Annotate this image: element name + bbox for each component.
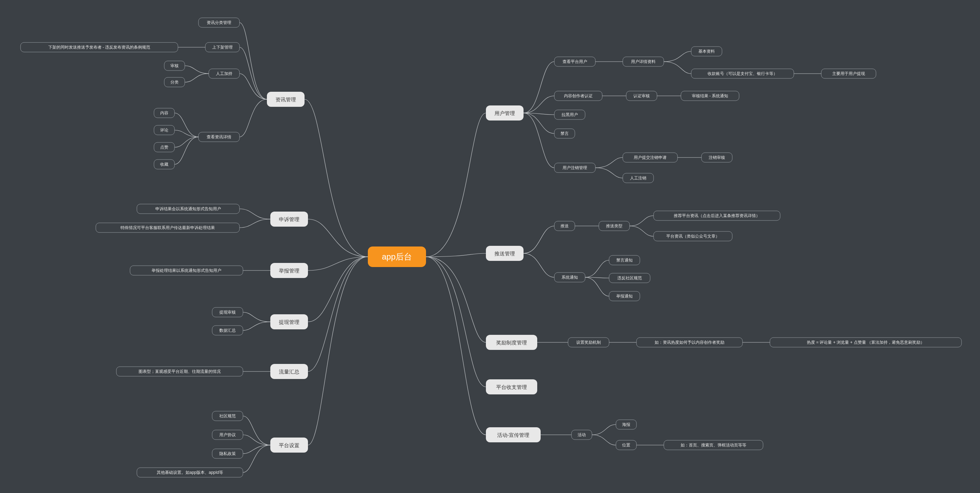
node-appeal-mgmt[interactable]: 申诉管理 (270, 212, 308, 227)
node-user-detail-info[interactable]: 用户详情资料 (623, 57, 664, 66)
node-user-basic[interactable]: 基本资料 (691, 46, 722, 56)
node-deactivate-manual[interactable]: 人工注销 (623, 173, 654, 183)
svg-text:上下架管理: 上下架管理 (212, 45, 233, 49)
node-reward-eg[interactable]: 如：资讯热度如何予以内容创作者奖励 (636, 338, 743, 347)
svg-text:收藏: 收藏 (160, 162, 169, 167)
root-label: app后台 (382, 252, 412, 261)
svg-text:举报通知: 举报通知 (616, 294, 633, 298)
node-activity-mgmt[interactable]: 活动-宣传管理 (486, 427, 541, 442)
node-push-recommend[interactable]: 推荐平台资讯（点击后进入某条推荐资讯详情） (654, 211, 780, 220)
node-notify-mute[interactable]: 禁言通知 (609, 255, 640, 265)
node-withdraw-audit[interactable]: 提现审核 (212, 308, 243, 317)
node-activity-position-note[interactable]: 如：首页、搜索页、弹框活动页等等 (664, 440, 763, 450)
svg-text:提现审核: 提现审核 (220, 310, 236, 314)
node-info-onoff[interactable]: 上下架管理 (205, 43, 240, 52)
svg-text:推送类型: 推送类型 (606, 223, 622, 228)
node-push[interactable]: 推送 (554, 221, 575, 231)
svg-text:审核: 审核 (170, 63, 179, 68)
node-user-account-note[interactable]: 主要用于用户提现 (821, 69, 876, 78)
node-withdraw-summary[interactable]: 数据汇总 (212, 325, 243, 335)
node-traffic-chart[interactable]: 图表型；直观感受平台近期、往期流量的情况 (116, 367, 243, 376)
node-activity-poster[interactable]: 海报 (616, 420, 636, 429)
svg-text:热度 = 评论量 + 浏览量 + 点赞量 （算法加持，避免恶: 热度 = 评论量 + 浏览量 + 点赞量 （算法加持，避免恶意刷奖励） (807, 340, 924, 345)
svg-text:举报处理结果以系统通知形式告知用户: 举报处理结果以系统通知形式告知用户 (151, 268, 221, 273)
svg-text:其他基础设置。如app版本、appId等: 其他基础设置。如app版本、appId等 (157, 470, 223, 475)
node-blacklist[interactable]: 拉黑用户 (554, 110, 585, 120)
node-notify-report[interactable]: 举报通知 (609, 291, 640, 301)
svg-text:查看平台用户: 查看平台用户 (563, 59, 587, 64)
svg-text:人工注销: 人工注销 (630, 176, 646, 180)
node-setting-privacy[interactable]: 隐私政策 (212, 449, 243, 458)
node-push-mgmt[interactable]: 推送管理 (486, 246, 523, 261)
node-push-platform[interactable]: 平台资讯（类似公众号文章） (654, 231, 732, 241)
svg-text:违反社区规范: 违反社区规范 (617, 276, 642, 281)
svg-text:海报: 海报 (622, 422, 630, 427)
svg-text:提现管理: 提现管理 (279, 319, 299, 325)
node-activity-position[interactable]: 位置 (616, 440, 636, 450)
node-info-detail-comment[interactable]: 评论 (154, 125, 175, 135)
node-appeal-special[interactable]: 特殊情况可平台客服联系用户传达最新申诉处理结果 (96, 223, 240, 233)
node-cert-audit[interactable]: 认证审核 (626, 91, 657, 101)
svg-text:下架的同时发送推送予发布者 - 违反发布资讯的条例规范: 下架的同时发送推送予发布者 - 违反发布资讯的条例规范 (48, 45, 151, 49)
svg-text:基本资料: 基本资料 (698, 49, 715, 54)
node-info-detail-fav[interactable]: 收藏 (154, 160, 175, 169)
svg-text:资讯分类管理: 资讯分类管理 (207, 20, 231, 25)
node-info-manual-category[interactable]: 分类 (164, 77, 185, 87)
node-reward-set[interactable]: 设置奖励机制 (568, 338, 609, 347)
node-info-mgmt[interactable]: 资讯管理 (267, 92, 305, 107)
svg-text:社区规范: 社区规范 (220, 413, 236, 418)
node-info-detail-content[interactable]: 内容 (154, 108, 175, 118)
node-cert-result[interactable]: 审核结果 - 系统通知 (681, 91, 739, 101)
svg-text:流量汇总: 流量汇总 (279, 369, 299, 375)
node-platform-setting[interactable]: 平台设置 (270, 437, 308, 453)
node-notify-violate[interactable]: 违反社区规范 (609, 273, 650, 283)
node-info-onoff-note[interactable]: 下架的同时发送推送予发布者 - 违反发布资讯的条例规范 (21, 43, 178, 52)
label-info-mgmt: 资讯管理 (275, 97, 296, 102)
node-finance-mgmt[interactable]: 平台收支管理 (486, 379, 537, 394)
node-deactivate[interactable]: 用户注销管理 (554, 163, 595, 172)
node-setting-agreement[interactable]: 用户协议 (212, 430, 243, 440)
node-activity[interactable]: 活动 (571, 430, 592, 440)
node-reward-formula[interactable]: 热度 = 评论量 + 浏览量 + 点赞量 （算法加持，避免恶意刷奖励） (770, 338, 961, 347)
svg-text:申诉结果会以系统通知形式告知用户: 申诉结果会以系统通知形式告知用户 (155, 206, 221, 211)
node-setting-other[interactable]: 其他基础设置。如app版本、appId等 (137, 467, 243, 477)
node-appeal-notify[interactable]: 申诉结果会以系统通知形式告知用户 (137, 204, 240, 214)
node-traffic[interactable]: 流量汇总 (270, 364, 308, 379)
svg-text:举报管理: 举报管理 (279, 268, 299, 274)
svg-text:注销审核: 注销审核 (709, 155, 725, 160)
svg-text:人工加持: 人工加持 (216, 71, 232, 76)
svg-text:活动-宣传管理: 活动-宣传管理 (497, 432, 530, 438)
node-reward-mgmt[interactable]: 奖励制度管理 (486, 335, 537, 350)
root-node[interactable]: app后台 (368, 247, 426, 267)
svg-text:数据汇总: 数据汇总 (220, 328, 236, 333)
svg-text:用户协议: 用户协议 (220, 432, 236, 437)
node-report-mgmt[interactable]: 举报管理 (270, 263, 308, 278)
node-setting-community[interactable]: 社区规范 (212, 411, 243, 421)
svg-text:收款账号（可以是支付宝、银行卡等）: 收款账号（可以是支付宝、银行卡等） (708, 71, 778, 76)
svg-text:平台收支管理: 平台收支管理 (496, 384, 527, 390)
svg-text:内容: 内容 (160, 110, 169, 115)
node-creator-cert[interactable]: 内容创作者认证 (554, 91, 602, 101)
svg-text:审核结果 - 系统通知: 审核结果 - 系统通知 (692, 94, 729, 98)
node-view-user[interactable]: 查看平台用户 (554, 57, 595, 66)
node-info-manual-audit[interactable]: 审核 (164, 61, 185, 70)
node-sys-notify[interactable]: 系统通知 (554, 273, 585, 282)
svg-text:如：首页、搜索页、弹框活动页等等: 如：首页、搜索页、弹框活动页等等 (681, 443, 746, 447)
svg-text:位置: 位置 (622, 443, 630, 447)
svg-text:用户详情资料: 用户详情资料 (631, 59, 655, 64)
node-push-type[interactable]: 推送类型 (599, 221, 630, 231)
node-info-category[interactable]: 资讯分类管理 (199, 18, 240, 27)
node-report-notify[interactable]: 举报处理结果以系统通知形式告知用户 (130, 266, 243, 275)
node-info-manual[interactable]: 人工加持 (209, 69, 240, 78)
node-withdraw-mgmt[interactable]: 提现管理 (270, 314, 308, 329)
node-info-detail[interactable]: 查看资讯详情 (199, 132, 240, 142)
node-user-account[interactable]: 收款账号（可以是支付宝、银行卡等） (691, 69, 794, 78)
node-info-detail-like[interactable]: 点赞 (154, 142, 175, 152)
node-deactivate-audit[interactable]: 注销审核 (702, 153, 732, 162)
node-mute[interactable]: 禁言 (554, 129, 575, 138)
node-deactivate-apply[interactable]: 用户提交注销申请 (623, 153, 678, 162)
node-user-mgmt[interactable]: 用户管理 (486, 105, 523, 121)
svg-text:设置奖励机制: 设置奖励机制 (576, 340, 601, 345)
svg-text:认证审核: 认证审核 (633, 94, 650, 98)
svg-text:用户提交注销申请: 用户提交注销申请 (634, 155, 667, 160)
